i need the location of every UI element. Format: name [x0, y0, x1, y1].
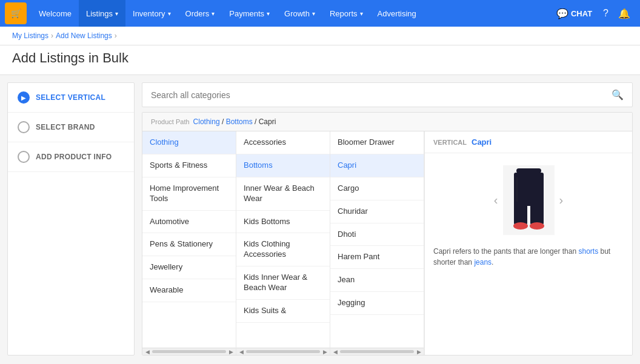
path-capri: Capri	[259, 117, 276, 126]
chevron-down-icon: ▾	[267, 10, 270, 17]
scrollbar-thumb[interactable]	[152, 350, 226, 353]
nav-inventory[interactable]: Inventory ▾	[125, 0, 178, 27]
page-title: Add Listings in Bulk	[12, 50, 628, 66]
cat-item-jean[interactable]: Jean	[330, 269, 424, 292]
logo[interactable]: 🛒	[5, 2, 27, 24]
col1-wrapper: Clothing Sports & Fitness Home Improveme…	[142, 131, 236, 355]
nav-reports[interactable]: Reports ▾	[322, 0, 370, 27]
nav-payments[interactable]: Payments ▾	[222, 0, 277, 27]
svg-rect-3	[516, 168, 541, 173]
cat-item-home[interactable]: Home Improvement Tools	[142, 177, 236, 211]
step-select-vertical[interactable]: ▶ SELECT VERTICAL	[8, 83, 134, 113]
nav-welcome[interactable]: Welcome	[32, 0, 79, 27]
cat-item-kids-clothing[interactable]: Kids Clothing Accessories	[236, 233, 330, 266]
notification-icon[interactable]: 🔔	[613, 8, 635, 19]
cat-item-kids-inner[interactable]: Kids Inner Wear & Beach Wear	[236, 266, 330, 300]
breadcrumb-my-listings[interactable]: My Listings	[12, 31, 48, 40]
help-icon[interactable]: ?	[598, 8, 613, 19]
path-value: Clothing / Bottoms / Capri	[193, 117, 276, 126]
breadcrumb: My Listings › Add New Listings ›	[12, 31, 628, 40]
vertical-image-area: ‹	[425, 153, 632, 241]
step-select-brand[interactable]: SELECT BRAND	[8, 113, 134, 142]
col1-scroll[interactable]: Clothing Sports & Fitness Home Improveme…	[142, 131, 236, 348]
step-circle-1: ▶	[18, 91, 30, 104]
step-circle-2	[18, 121, 30, 133]
chat-button[interactable]: 💬 CHAT	[550, 8, 598, 19]
category-columns: Clothing Sports & Fitness Home Improveme…	[142, 131, 632, 355]
svg-rect-5	[514, 202, 527, 225]
cat-item-dhoti[interactable]: Dhoti	[330, 223, 424, 247]
scroll-right-icon[interactable]: ▶	[227, 349, 235, 355]
cat-item-jewellery[interactable]: Jewellery	[142, 256, 236, 279]
svg-rect-9	[516, 177, 518, 202]
nav-listings[interactable]: Listings ▾	[79, 0, 125, 27]
vertical-header: VERTICAL Capri	[425, 131, 632, 153]
nav-growth[interactable]: Growth ▾	[277, 0, 322, 27]
step-label-3: ADD PRODUCT INFO	[36, 153, 112, 161]
cat-item-cargo[interactable]: Cargo	[330, 177, 424, 200]
col2-scrollbar[interactable]: ◀ ▶	[236, 348, 330, 355]
search-icon[interactable]: 🔍	[612, 89, 624, 101]
cat-item-harem[interactable]: Harem Pant	[330, 246, 424, 269]
scroll-left-icon[interactable]: ◀	[332, 349, 339, 355]
step-label-2: SELECT BRAND	[36, 123, 95, 131]
nav-orders[interactable]: Orders ▾	[178, 0, 222, 27]
cat-item-automotive[interactable]: Automotive	[142, 211, 236, 234]
svg-point-8	[530, 222, 544, 230]
cat-item-bloomer[interactable]: Bloomer Drawer	[330, 131, 424, 154]
search-bar: 🔍	[142, 82, 633, 107]
breadcrumb-add-new-listings[interactable]: Add New Listings	[56, 31, 112, 40]
chevron-down-icon: ▾	[168, 10, 171, 17]
cat-item-churidar[interactable]: Churidar	[330, 200, 424, 223]
cat-item-bottoms[interactable]: Bottoms	[236, 154, 330, 177]
path-label: Product Path	[151, 118, 190, 125]
step-label-1: SELECT VERTICAL	[36, 93, 105, 102]
step-add-product-info[interactable]: ADD PRODUCT INFO	[8, 142, 134, 172]
col3-scrollbar[interactable]: ◀ ▶	[330, 348, 424, 355]
prev-image-arrow[interactable]: ‹	[489, 193, 503, 207]
scroll-right-icon[interactable]: ▶	[321, 349, 328, 355]
path-bottoms[interactable]: Bottoms	[226, 117, 253, 126]
vertical-description: Capri refers to the pants that are longe…	[425, 241, 632, 273]
cat-item-jegging[interactable]: Jegging	[330, 292, 424, 315]
svg-rect-4	[514, 173, 544, 206]
scrollbar-thumb[interactable]	[340, 350, 414, 353]
cat-item-wearable[interactable]: Wearable	[142, 279, 236, 302]
col3-scroll[interactable]: Bloomer Drawer Capri Cargo Churidar Dhot…	[330, 131, 424, 348]
vertical-label: VERTICAL	[433, 139, 467, 146]
scroll-left-icon[interactable]: ◀	[144, 349, 151, 355]
breadcrumb-sep-1: ›	[51, 31, 53, 40]
next-image-arrow[interactable]: ›	[555, 193, 568, 207]
cat-item-kids-suits[interactable]: Kids Suits &	[236, 300, 330, 323]
chevron-down-icon: ▾	[360, 10, 363, 17]
cat-item-clothing[interactable]: Clothing	[142, 131, 236, 154]
nav-advertising[interactable]: Advertising	[370, 0, 424, 27]
cat-item-innerwear[interactable]: Inner Wear & Beach Wear	[236, 177, 330, 211]
scroll-left-icon[interactable]: ◀	[238, 349, 245, 355]
main-content: ▶ SELECT VERTICAL SELECT BRAND ADD PRODU…	[0, 75, 640, 363]
path-clothing[interactable]: Clothing	[193, 117, 220, 126]
cat-item-kids-bottoms[interactable]: Kids Bottoms	[236, 211, 330, 234]
cat-item-accessories[interactable]: Accessories	[236, 131, 330, 154]
chevron-down-icon: ▾	[212, 10, 215, 17]
cat-item-sports[interactable]: Sports & Fitness	[142, 154, 236, 177]
col1-scrollbar[interactable]: ◀ ▶	[142, 348, 236, 355]
breadcrumb-bar: My Listings › Add New Listings ›	[0, 27, 640, 45]
scrollbar-thumb[interactable]	[246, 350, 320, 353]
breadcrumb-sep-2: ›	[115, 31, 117, 40]
cat-item-capri[interactable]: Capri	[330, 154, 424, 177]
vertical-detail-panel: VERTICAL Capri ‹	[424, 131, 632, 355]
path-bar: Product Path Clothing / Bottoms / Capri	[142, 113, 632, 131]
navigation: 🛒 Welcome Listings ▾ Inventory ▾ Orders …	[0, 0, 640, 27]
chevron-down-icon: ▾	[115, 10, 118, 17]
scroll-right-icon[interactable]: ▶	[415, 349, 422, 355]
desc-highlight-shorts: shorts	[578, 247, 598, 256]
col2-scroll[interactable]: Accessories Bottoms Inner Wear & Beach W…	[236, 131, 330, 348]
cat-item-pens[interactable]: Pens & Stationery	[142, 233, 236, 256]
category-selection-area: 🔍 Product Path Clothing / Bottoms / Capr…	[142, 82, 633, 356]
col3-wrapper: Bloomer Drawer Capri Cargo Churidar Dhot…	[330, 131, 424, 355]
nav-right-section: 💬 CHAT ? 🔔	[550, 8, 635, 19]
search-input[interactable]	[151, 90, 607, 100]
step-circle-3	[18, 151, 30, 163]
svg-rect-6	[530, 202, 544, 225]
